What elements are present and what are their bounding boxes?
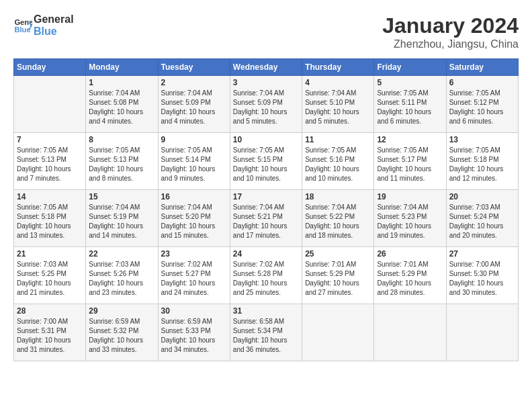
- header-day-monday: Monday: [86, 59, 158, 76]
- day-number: 10: [233, 135, 299, 144]
- day-cell-10: 10Sunrise: 7:05 AMSunset: 5:15 PMDayligh…: [230, 133, 302, 190]
- day-cell-23: 23Sunrise: 7:02 AMSunset: 5:27 PMDayligh…: [158, 247, 230, 304]
- day-number: 7: [17, 135, 83, 144]
- day-cell-3: 3Sunrise: 7:04 AMSunset: 5:09 PMDaylight…: [230, 76, 302, 133]
- header: General Blue General Blue January 2024 Z…: [13, 13, 519, 50]
- day-number: 20: [449, 192, 515, 201]
- header-day-wednesday: Wednesday: [230, 59, 302, 76]
- day-info: Sunrise: 7:00 AMSunset: 5:31 PMDaylight:…: [17, 317, 83, 355]
- day-cell-9: 9Sunrise: 7:05 AMSunset: 5:14 PMDaylight…: [158, 133, 230, 190]
- day-cell-1: 1Sunrise: 7:04 AMSunset: 5:08 PMDaylight…: [86, 76, 158, 133]
- day-cell-26: 26Sunrise: 7:01 AMSunset: 5:29 PMDayligh…: [374, 247, 446, 304]
- day-cell-13: 13Sunrise: 7:05 AMSunset: 5:18 PMDayligh…: [446, 133, 518, 190]
- day-number: 5: [377, 78, 443, 87]
- week-row-5: 28Sunrise: 7:00 AMSunset: 5:31 PMDayligh…: [14, 304, 519, 361]
- day-number: 6: [449, 78, 515, 87]
- day-cell-16: 16Sunrise: 7:04 AMSunset: 5:20 PMDayligh…: [158, 190, 230, 247]
- title-area: January 2024 Zhenzhou, Jiangsu, China: [382, 13, 519, 50]
- day-number: 31: [233, 306, 299, 316]
- day-info: Sunrise: 7:05 AMSunset: 5:17 PMDaylight:…: [377, 146, 443, 183]
- day-cell-21: 21Sunrise: 7:03 AMSunset: 5:25 PMDayligh…: [14, 247, 86, 304]
- day-info: Sunrise: 7:05 AMSunset: 5:15 PMDaylight:…: [233, 146, 299, 183]
- week-row-4: 21Sunrise: 7:03 AMSunset: 5:25 PMDayligh…: [14, 247, 519, 304]
- day-number: 28: [17, 306, 83, 316]
- day-info: Sunrise: 7:04 AMSunset: 5:09 PMDaylight:…: [161, 89, 227, 126]
- day-info: Sunrise: 7:04 AMSunset: 5:20 PMDaylight:…: [161, 203, 227, 240]
- day-info: Sunrise: 7:04 AMSunset: 5:10 PMDaylight:…: [305, 89, 371, 126]
- day-cell-14: 14Sunrise: 7:05 AMSunset: 5:18 PMDayligh…: [14, 190, 86, 247]
- day-info: Sunrise: 7:04 AMSunset: 5:09 PMDaylight:…: [233, 89, 299, 126]
- day-info: Sunrise: 7:04 AMSunset: 5:22 PMDaylight:…: [305, 203, 371, 240]
- empty-cell: [14, 76, 86, 133]
- day-info: Sunrise: 7:04 AMSunset: 5:23 PMDaylight:…: [377, 203, 443, 240]
- day-number: 23: [161, 249, 227, 259]
- day-info: Sunrise: 7:05 AMSunset: 5:12 PMDaylight:…: [449, 89, 515, 126]
- day-cell-31: 31Sunrise: 6:58 AMSunset: 5:34 PMDayligh…: [230, 304, 302, 361]
- day-number: 8: [89, 135, 154, 144]
- day-number: 2: [161, 78, 227, 87]
- day-number: 27: [449, 249, 515, 259]
- day-cell-17: 17Sunrise: 7:04 AMSunset: 5:21 PMDayligh…: [230, 190, 302, 247]
- empty-cell: [446, 304, 518, 361]
- day-cell-28: 28Sunrise: 7:00 AMSunset: 5:31 PMDayligh…: [14, 304, 86, 361]
- day-info: Sunrise: 7:03 AMSunset: 5:25 PMDaylight:…: [17, 260, 83, 298]
- day-number: 25: [305, 249, 371, 259]
- day-number: 4: [305, 78, 371, 87]
- day-cell-22: 22Sunrise: 7:03 AMSunset: 5:26 PMDayligh…: [86, 247, 158, 304]
- day-info: Sunrise: 7:05 AMSunset: 5:18 PMDaylight:…: [449, 146, 515, 183]
- day-number: 30: [161, 306, 227, 316]
- day-info: Sunrise: 7:05 AMSunset: 5:13 PMDaylight:…: [89, 146, 154, 183]
- day-info: Sunrise: 7:05 AMSunset: 5:13 PMDaylight:…: [17, 146, 83, 183]
- day-info: Sunrise: 6:59 AMSunset: 5:33 PMDaylight:…: [161, 317, 227, 355]
- day-info: Sunrise: 7:04 AMSunset: 5:19 PMDaylight:…: [89, 203, 154, 240]
- day-number: 1: [89, 78, 154, 87]
- day-number: 21: [17, 249, 83, 259]
- day-cell-18: 18Sunrise: 7:04 AMSunset: 5:22 PMDayligh…: [302, 190, 374, 247]
- day-number: 29: [89, 306, 154, 316]
- logo-line2: Blue: [34, 26, 74, 38]
- empty-cell: [374, 304, 446, 361]
- day-number: 19: [377, 192, 443, 201]
- empty-cell: [302, 304, 374, 361]
- day-info: Sunrise: 7:05 AMSunset: 5:16 PMDaylight:…: [305, 146, 371, 183]
- day-cell-24: 24Sunrise: 7:02 AMSunset: 5:28 PMDayligh…: [230, 247, 302, 304]
- header-day-thursday: Thursday: [302, 59, 374, 76]
- logo: General Blue General Blue: [13, 13, 74, 37]
- day-number: 17: [233, 192, 299, 201]
- calendar-table: SundayMondayTuesdayWednesdayThursdayFrid…: [13, 58, 519, 361]
- day-number: 18: [305, 192, 371, 201]
- day-number: 9: [161, 135, 227, 144]
- week-row-1: 1Sunrise: 7:04 AMSunset: 5:08 PMDaylight…: [14, 76, 519, 133]
- day-info: Sunrise: 6:59 AMSunset: 5:32 PMDaylight:…: [89, 317, 154, 355]
- subtitle: Zhenzhou, Jiangsu, China: [382, 38, 519, 50]
- day-number: 15: [89, 192, 154, 201]
- day-cell-7: 7Sunrise: 7:05 AMSunset: 5:13 PMDaylight…: [14, 133, 86, 190]
- day-cell-27: 27Sunrise: 7:00 AMSunset: 5:30 PMDayligh…: [446, 247, 518, 304]
- day-number: 22: [89, 249, 154, 259]
- day-cell-6: 6Sunrise: 7:05 AMSunset: 5:12 PMDaylight…: [446, 76, 518, 133]
- day-number: 26: [377, 249, 443, 259]
- logo-icon: General Blue: [13, 16, 32, 35]
- day-info: Sunrise: 7:01 AMSunset: 5:29 PMDaylight:…: [305, 260, 371, 298]
- day-cell-4: 4Sunrise: 7:04 AMSunset: 5:10 PMDaylight…: [302, 76, 374, 133]
- month-title: January 2024: [382, 13, 519, 38]
- day-number: 3: [233, 78, 299, 87]
- day-cell-12: 12Sunrise: 7:05 AMSunset: 5:17 PMDayligh…: [374, 133, 446, 190]
- header-day-tuesday: Tuesday: [158, 59, 230, 76]
- header-day-saturday: Saturday: [446, 59, 518, 76]
- day-number: 12: [377, 135, 443, 144]
- day-info: Sunrise: 6:58 AMSunset: 5:34 PMDaylight:…: [233, 317, 299, 355]
- day-info: Sunrise: 7:05 AMSunset: 5:11 PMDaylight:…: [377, 89, 443, 126]
- day-cell-20: 20Sunrise: 7:03 AMSunset: 5:24 PMDayligh…: [446, 190, 518, 247]
- day-number: 11: [305, 135, 371, 144]
- day-cell-8: 8Sunrise: 7:05 AMSunset: 5:13 PMDaylight…: [86, 133, 158, 190]
- day-cell-5: 5Sunrise: 7:05 AMSunset: 5:11 PMDaylight…: [374, 76, 446, 133]
- day-cell-29: 29Sunrise: 6:59 AMSunset: 5:32 PMDayligh…: [86, 304, 158, 361]
- day-info: Sunrise: 7:02 AMSunset: 5:28 PMDaylight:…: [233, 260, 299, 298]
- day-info: Sunrise: 7:03 AMSunset: 5:24 PMDaylight:…: [449, 203, 515, 240]
- day-number: 24: [233, 249, 299, 259]
- day-info: Sunrise: 7:00 AMSunset: 5:30 PMDaylight:…: [449, 260, 515, 298]
- day-cell-2: 2Sunrise: 7:04 AMSunset: 5:09 PMDaylight…: [158, 76, 230, 133]
- day-info: Sunrise: 7:05 AMSunset: 5:18 PMDaylight:…: [17, 203, 83, 240]
- day-cell-19: 19Sunrise: 7:04 AMSunset: 5:23 PMDayligh…: [374, 190, 446, 247]
